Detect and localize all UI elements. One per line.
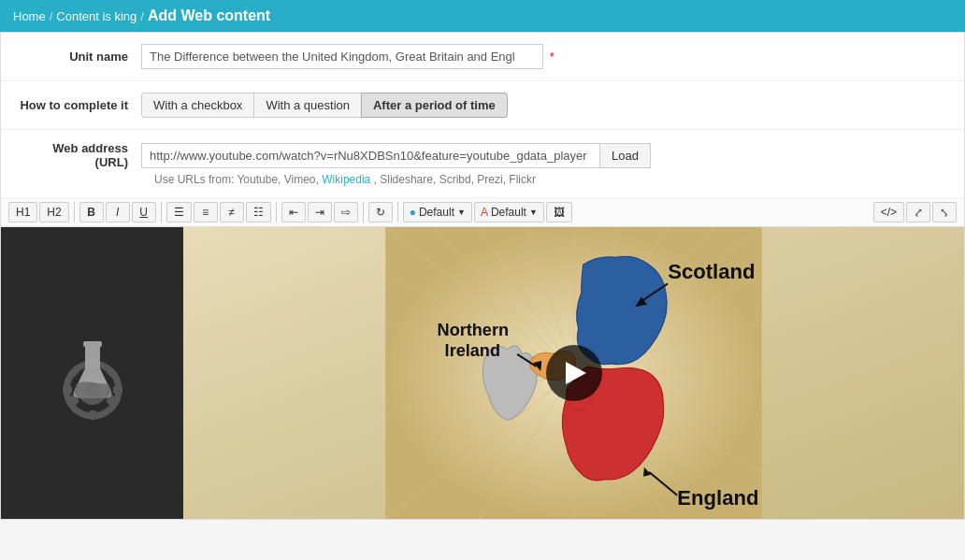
url-hint-wikipedia[interactable]: Wikipedia — [322, 173, 370, 186]
btn-with-question[interactable]: With a question — [253, 93, 362, 118]
video-sidebar — [1, 227, 183, 519]
toolbar-italic[interactable]: I — [106, 202, 130, 223]
toolbar-expand[interactable]: ⤤ — [906, 202, 930, 223]
gear-flask-icon — [46, 326, 139, 420]
svg-rect-5 — [63, 386, 72, 394]
toolbar-align-right[interactable]: ≠ — [220, 202, 244, 223]
toolbar-indent1[interactable]: ⇤ — [281, 202, 306, 223]
toolbar-color-label: Default — [419, 206, 454, 219]
load-button[interactable]: Load — [599, 143, 651, 168]
required-star: * — [550, 50, 555, 64]
page-title: Add Web content — [148, 7, 270, 24]
svg-text:Northern: Northern — [438, 321, 509, 339]
svg-text:England: England — [677, 486, 758, 510]
toolbar-align-justify[interactable]: ☷ — [246, 202, 271, 223]
toolbar-undo[interactable]: ↻ — [368, 202, 393, 223]
video-background: Scotland Northern Ireland England — [1, 227, 964, 519]
play-icon — [566, 362, 586, 384]
toolbar-underline[interactable]: U — [132, 202, 156, 223]
breadcrumb-bar: Home / Content is king / Add Web content — [0, 0, 965, 32]
url-label: Web address (URL) — [20, 141, 141, 169]
toolbar-h1[interactable]: H1 — [8, 202, 37, 223]
toolbar-sep1 — [74, 202, 75, 223]
toolbar-sep3 — [276, 202, 277, 223]
btn-with-checkbox[interactable]: With a checkbox — [141, 93, 254, 118]
svg-rect-6 — [113, 386, 122, 394]
video-area: Scotland Northern Ireland England — [1, 227, 964, 519]
breadcrumb-sep1: / — [50, 9, 53, 23]
editor-toolbar: H1 H2 B I U ☰ ≡ ≠ ☷ ⇤ ⇥ ⇨ ↻ ● Default ▼ … — [1, 198, 964, 227]
breadcrumb-section[interactable]: Content is king — [56, 9, 137, 23]
completion-buttons: With a checkbox With a question After a … — [141, 93, 945, 118]
unit-name-row: Unit name * — [1, 33, 964, 81]
chevron-down-icon: ▼ — [457, 208, 466, 217]
btn-after-period[interactable]: After a period of time — [361, 93, 508, 118]
svg-text:Scotland: Scotland — [668, 260, 755, 283]
toolbar-sep2 — [161, 202, 162, 223]
main-content: Unit name * How to complete it With a ch… — [0, 32, 965, 520]
toolbar-h2[interactable]: H2 — [39, 202, 68, 223]
breadcrumb-home[interactable]: Home — [13, 9, 46, 23]
toolbar-color-dropdown[interactable]: ● Default ▼ — [403, 202, 472, 223]
map-content: Scotland Northern Ireland England — [183, 227, 964, 519]
how-to-complete-row: How to complete it With a checkbox With … — [1, 81, 964, 130]
toolbar-indent2[interactable]: ⇥ — [308, 202, 332, 223]
toolbar-align-left[interactable]: ☰ — [166, 202, 192, 223]
url-hint-suffix: , Slideshare, Scribd, Prezi, Flickr — [374, 173, 536, 186]
svg-text:Ireland: Ireland — [445, 341, 500, 360]
chevron-down-icon2: ▼ — [529, 208, 538, 217]
url-hint-prefix: Use URLs from: Youtube, Vimeo, — [154, 173, 319, 186]
breadcrumb-sep2: / — [140, 9, 144, 23]
how-to-complete-label: How to complete it — [20, 98, 141, 112]
toolbar-shrink[interactable]: ⤣ — [932, 202, 957, 223]
url-input[interactable] — [141, 143, 599, 168]
unit-name-input[interactable] — [141, 44, 543, 69]
toolbar-align-center[interactable]: ≡ — [194, 202, 218, 223]
url-line: Web address (URL) Load — [20, 141, 651, 169]
svg-rect-4 — [89, 410, 96, 420]
toolbar-indent3[interactable]: ⇨ — [334, 202, 358, 223]
toolbar-sep4 — [363, 202, 364, 223]
toolbar-bold[interactable]: B — [79, 202, 104, 223]
toolbar-image[interactable]: 🖼 — [546, 202, 572, 223]
svg-rect-11 — [83, 341, 102, 347]
toolbar-font-dropdown[interactable]: A Default ▼ — [474, 202, 544, 223]
play-button[interactable] — [546, 345, 602, 401]
toolbar-right: </> ⤤ ⤣ — [873, 202, 957, 223]
toolbar-code[interactable]: </> — [873, 202, 904, 223]
url-hint: Use URLs from: Youtube, Vimeo, Wikipedia… — [141, 173, 536, 186]
toolbar-sep5 — [397, 202, 398, 223]
toolbar-font-label: Default — [491, 206, 526, 219]
url-row: Web address (URL) Load Use URLs from: Yo… — [1, 130, 964, 198]
unit-name-control: * — [141, 44, 945, 69]
unit-name-label: Unit name — [20, 50, 141, 64]
